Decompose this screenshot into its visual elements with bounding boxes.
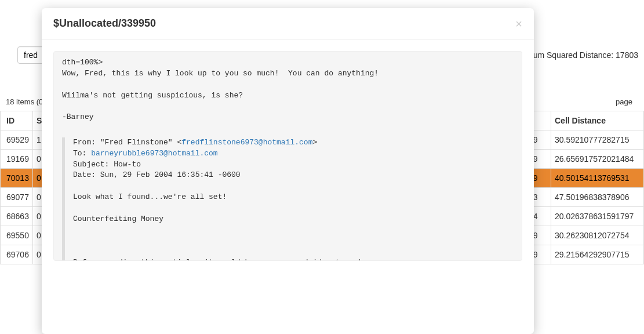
modal-backdrop[interactable]: $Unallocated/339950 × dth=100%> Wow, Fre… bbox=[0, 0, 644, 334]
modal-title: $Unallocated/339950 bbox=[53, 17, 156, 30]
email-body-intro: dth=100%> Wow, Fred, this is why I look … bbox=[62, 58, 379, 121]
quoted-email: From: "Fred Flinstone" <fredflinstone697… bbox=[62, 137, 514, 261]
close-icon[interactable]: × bbox=[515, 18, 522, 30]
email-content: dth=100%> Wow, Fred, this is why I look … bbox=[53, 51, 522, 261]
to-email-link[interactable]: barneyrubble6973@hotmail.com bbox=[91, 149, 217, 158]
from-email-link[interactable]: fredflinstone6973@hotmail.com bbox=[181, 138, 312, 147]
modal-dialog: $Unallocated/339950 × dth=100%> Wow, Fre… bbox=[42, 8, 534, 334]
